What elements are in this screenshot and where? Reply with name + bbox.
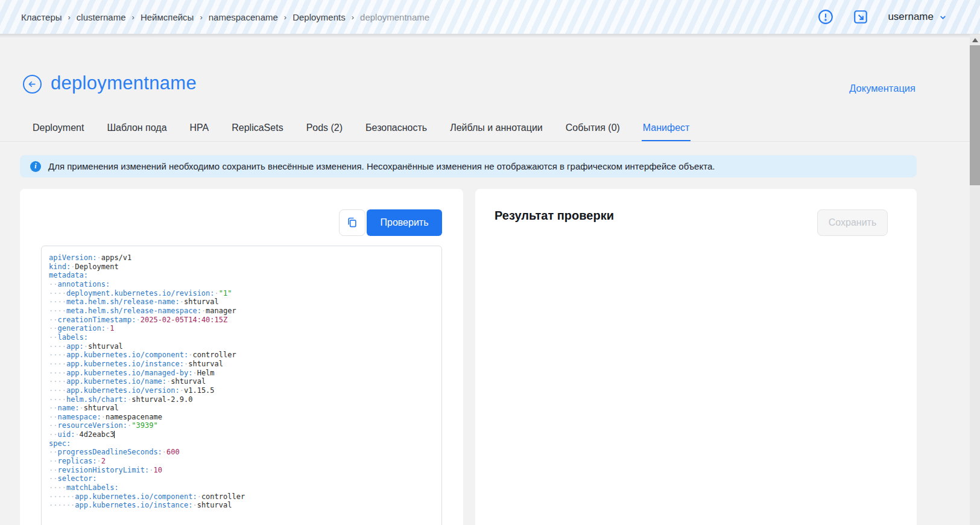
yaml-editor[interactable]: apiVersion:·apps/v1kind:·Deploymentmetad… xyxy=(41,246,442,525)
save-button[interactable]: Сохранить xyxy=(817,209,888,236)
code-line: ····deployment.kubernetes.io/revision:·"… xyxy=(49,289,435,298)
code-line: ··resourceVersion:·"3939" xyxy=(49,421,435,430)
code-line: ··selector: xyxy=(49,474,435,483)
code-line: ······app.kubernetes.io/instance:·shturv… xyxy=(49,501,435,510)
tab-pods-2-[interactable]: Pods (2) xyxy=(305,118,344,142)
code-line: ····app.kubernetes.io/instance:·shturval xyxy=(49,360,435,369)
breadcrumb-separator: › xyxy=(200,13,202,22)
breadcrumb-separator: › xyxy=(132,13,134,22)
topbar-shadow xyxy=(0,34,980,38)
tab-события-0-[interactable]: События (0) xyxy=(564,118,621,142)
breadcrumb-item[interactable]: namespacename xyxy=(209,12,278,22)
code-line: kind:·Deployment xyxy=(49,262,435,272)
tab-bar: DeploymentШаблон подаHPAReplicaSetsPods … xyxy=(31,118,691,142)
code-line: ··namespace:·namespacename xyxy=(49,413,435,422)
top-bar: Кластеры›clustername›Неймспейсы›namespac… xyxy=(0,0,980,34)
text-cursor xyxy=(114,431,115,438)
code-line: apiVersion:·apps/v1 xyxy=(49,253,435,262)
code-line: ····app.kubernetes.io/managed-by:·Helm xyxy=(49,369,435,378)
arrow-left-icon xyxy=(27,79,37,89)
code-line: ····meta.helm.sh/release-namespace:·mana… xyxy=(49,307,435,316)
code-line: metadata: xyxy=(49,271,435,280)
documentation-link[interactable]: Документация xyxy=(849,83,915,94)
breadcrumb: Кластеры›clustername›Неймспейсы›namespac… xyxy=(21,12,429,22)
alert-circle-icon[interactable] xyxy=(818,9,833,25)
breadcrumb-item[interactable]: Кластеры xyxy=(21,12,62,22)
verification-result-panel: Результат проверки Сохранить xyxy=(475,189,917,525)
topbar-actions: username xyxy=(818,9,947,25)
code-lines: apiVersion:·apps/v1kind:·Deploymentmetad… xyxy=(49,253,435,510)
code-line: spec: xyxy=(49,439,435,448)
scroll-up-icon[interactable] xyxy=(972,38,978,42)
breadcrumb-separator: › xyxy=(284,13,286,22)
username-label: username xyxy=(888,11,934,23)
info-banner: i Для применения изменений необходимо со… xyxy=(20,155,917,177)
code-line: ··annotations: xyxy=(49,280,435,289)
code-line: ··uid:·4d2eabc3 xyxy=(49,430,435,439)
breadcrumb-item: deploymentname xyxy=(360,12,429,22)
code-line: ··replicas:·2 xyxy=(49,457,435,466)
tab-безопасность[interactable]: Безопасность xyxy=(364,118,428,142)
tabs-divider xyxy=(0,141,970,142)
code-line: ····app:·shturval xyxy=(49,342,435,351)
back-button[interactable] xyxy=(23,75,42,94)
code-line: ··labels: xyxy=(49,333,435,342)
verify-button[interactable]: Проверить xyxy=(367,209,442,236)
code-line: ··name:·shturval xyxy=(49,404,435,413)
code-line: ······app.kubernetes.io/component:·contr… xyxy=(49,492,435,501)
breadcrumb-item[interactable]: clustername xyxy=(77,12,126,22)
code-line: ··revisionHistoryLimit:·10 xyxy=(49,466,435,475)
code-line: ····helm.sh/chart:·shturval-2.9.0 xyxy=(49,395,435,404)
breadcrumb-separator: › xyxy=(68,13,71,22)
manifest-editor-panel: Проверить apiVersion:·apps/v1kind:·Deplo… xyxy=(20,189,463,525)
tab-манифест[interactable]: Манифест xyxy=(642,118,691,142)
info-banner-text: Для применения изменений необходимо сохр… xyxy=(48,161,715,171)
tab-лейблы-и-аннотации[interactable]: Лейблы и аннотации xyxy=(449,118,544,142)
chevron-down-icon xyxy=(939,13,947,21)
tab-шаблон-пода[interactable]: Шаблон пода xyxy=(106,118,168,142)
code-line: ··creationTimestamp:·2025-02-05T14:40:15… xyxy=(49,316,435,325)
page-scrollbar[interactable] xyxy=(970,34,980,525)
user-menu[interactable]: username xyxy=(888,11,947,23)
breadcrumb-item[interactable]: Неймспейсы xyxy=(141,12,194,22)
code-line: ····app.kubernetes.io/name:·shturval xyxy=(49,377,435,386)
code-line: ····meta.helm.sh/release-name:·shturval xyxy=(49,298,435,307)
tab-replicasets[interactable]: ReplicaSets xyxy=(230,118,284,142)
code-line: ··generation:·1 xyxy=(49,324,435,333)
code-line: ··progressDeadlineSeconds:·600 xyxy=(49,448,435,457)
code-line: ····app.kubernetes.io/version:·v1.15.5 xyxy=(49,386,435,395)
breadcrumb-item[interactable]: Deployments xyxy=(292,12,346,22)
page-title: deploymentname xyxy=(51,72,197,94)
copy-button[interactable] xyxy=(339,209,365,236)
tab-hpa[interactable]: HPA xyxy=(189,118,210,142)
result-panel-title: Результат проверки xyxy=(495,209,614,223)
breadcrumb-separator: › xyxy=(352,13,354,22)
info-icon: i xyxy=(30,161,41,172)
scrollbar-thumb[interactable] xyxy=(970,45,980,185)
copy-icon xyxy=(346,217,358,229)
tab-deployment[interactable]: Deployment xyxy=(31,118,85,142)
code-line: ····matchLabels: xyxy=(49,483,435,492)
external-link-icon[interactable] xyxy=(853,9,868,25)
code-line: ····app.kubernetes.io/component:·control… xyxy=(49,351,435,360)
